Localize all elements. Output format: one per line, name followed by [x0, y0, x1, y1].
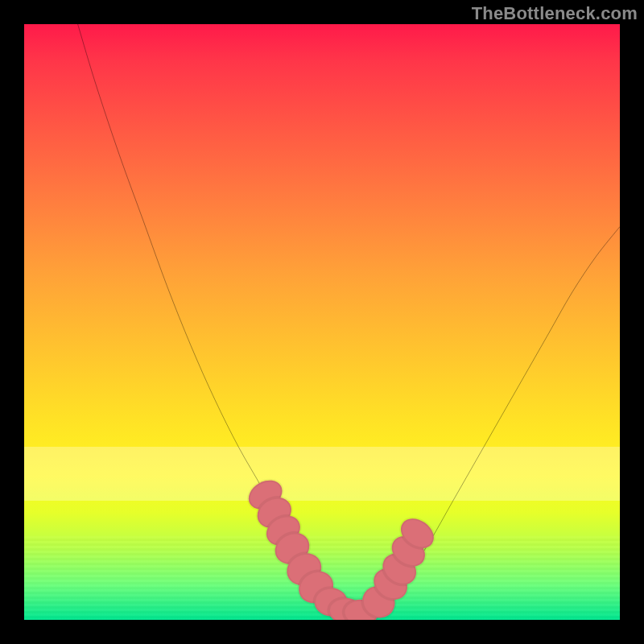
plot-area: [24, 24, 620, 620]
watermark: TheBottleneck.com: [472, 3, 638, 24]
bottleneck-curve: [24, 24, 620, 620]
curve-path: [78, 24, 620, 615]
marker-group: [243, 474, 440, 620]
chart-frame: TheBottleneck.com: [0, 0, 644, 644]
